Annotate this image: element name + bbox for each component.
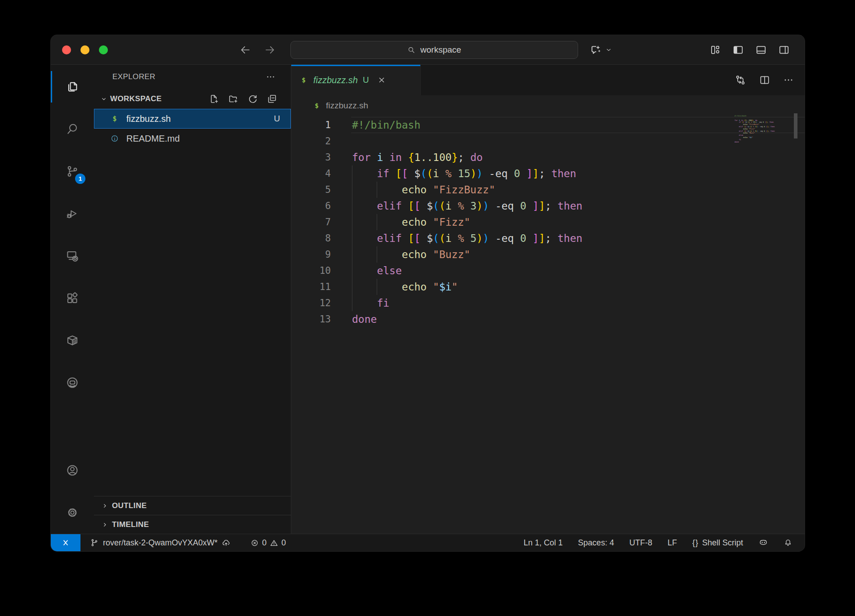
line-number[interactable]: 10 bbox=[291, 263, 331, 279]
customize-layout-icon[interactable] bbox=[709, 44, 721, 56]
line-content[interactable]: elif [[ $((i % 5)) -eq 0 ]]; then bbox=[352, 230, 805, 246]
line-content[interactable]: echo "$i" bbox=[352, 279, 805, 295]
line-content[interactable]: if [[ $((i % 15)) -eq 0 ]]; then bbox=[352, 165, 805, 182]
line-number[interactable]: 2 bbox=[291, 133, 331, 149]
code-line[interactable]: 13done bbox=[291, 311, 805, 327]
activity-item-source-control[interactable]: 1 bbox=[51, 150, 94, 192]
back-arrow-icon[interactable] bbox=[240, 44, 251, 56]
activity-item-explorer[interactable] bbox=[51, 66, 94, 108]
indentation[interactable]: Spaces: 4 bbox=[578, 538, 614, 548]
command-center-search[interactable]: workspace bbox=[290, 41, 578, 59]
line-content[interactable]: elif [[ $((i % 3)) -eq 0 ]]; then bbox=[352, 198, 805, 214]
section-timeline[interactable]: TIMELINE bbox=[94, 515, 291, 534]
line-content[interactable]: echo "FizzBuzz" bbox=[352, 182, 805, 198]
code-line[interactable]: 12 fi bbox=[291, 295, 805, 311]
close-window-button[interactable] bbox=[62, 45, 71, 54]
scrollbar-thumb[interactable] bbox=[794, 113, 797, 138]
line-content[interactable]: echo "Buzz" bbox=[352, 246, 805, 263]
line-number[interactable]: 4 bbox=[291, 165, 331, 182]
cursor-position[interactable]: Ln 1, Col 1 bbox=[524, 538, 563, 548]
indent-guide-icon bbox=[352, 295, 352, 311]
shell-file-icon: $ bbox=[312, 102, 321, 110]
line-content[interactable]: done bbox=[352, 311, 805, 327]
breadcrumb-file[interactable]: fizzbuzz.sh bbox=[326, 101, 368, 111]
code-line[interactable]: 8 elif [[ $((i % 5)) -eq 0 ]]; then bbox=[291, 230, 805, 246]
line-number[interactable]: 7 bbox=[291, 214, 331, 230]
remote-indicator[interactable] bbox=[51, 534, 80, 551]
notifications-bell-icon[interactable] bbox=[784, 538, 793, 547]
copilot-status-icon[interactable] bbox=[758, 538, 768, 548]
line-number[interactable]: 12 bbox=[291, 295, 331, 311]
eol[interactable]: LF bbox=[668, 538, 677, 548]
branch-name: rover/task-2-QwamOvYXA0xW* bbox=[103, 538, 218, 548]
line-number[interactable]: 1 bbox=[291, 117, 331, 133]
line-content[interactable]: else bbox=[352, 263, 805, 279]
maximize-window-button[interactable] bbox=[99, 45, 108, 54]
editor-more-actions-icon[interactable] bbox=[783, 75, 794, 85]
code-editor[interactable]: 1#!/bin/bash23for i in {1..100}; do4 if … bbox=[291, 116, 805, 534]
forward-arrow-icon[interactable] bbox=[264, 44, 276, 56]
line-number[interactable]: 6 bbox=[291, 198, 331, 214]
line-content[interactable]: echo "Fizz" bbox=[352, 214, 805, 230]
line-content[interactable]: for i in {1..100}; do bbox=[352, 149, 805, 165]
refresh-explorer-icon[interactable] bbox=[247, 94, 258, 104]
open-changes-icon[interactable] bbox=[735, 74, 746, 86]
tab-fizzbuzz[interactable]: $ fizzbuzz.sh U bbox=[291, 65, 421, 95]
toggle-panel-icon[interactable] bbox=[755, 44, 767, 56]
section-outline[interactable]: OUTLINE bbox=[94, 496, 291, 515]
code-line[interactable]: 2 bbox=[291, 133, 805, 149]
code-line[interactable]: 6 elif [[ $((i % 3)) -eq 0 ]]; then bbox=[291, 198, 805, 214]
search-icon bbox=[407, 46, 415, 54]
line-number[interactable]: 9 bbox=[291, 246, 331, 263]
toggle-secondary-sidebar-icon[interactable] bbox=[778, 44, 790, 56]
line-number[interactable]: 11 bbox=[291, 279, 331, 295]
chevron-down-icon[interactable] bbox=[605, 46, 612, 54]
workspace-section-header[interactable]: WORKSPACE bbox=[94, 89, 291, 109]
scm-badge: 1 bbox=[75, 174, 85, 184]
new-file-icon[interactable] bbox=[209, 94, 219, 104]
activity-item-search[interactable] bbox=[51, 108, 94, 150]
error-count: 0 bbox=[262, 538, 267, 548]
minimize-window-button[interactable] bbox=[80, 45, 89, 54]
encoding[interactable]: UTF-8 bbox=[629, 538, 652, 548]
code-line[interactable]: 7 echo "Fizz" bbox=[291, 214, 805, 230]
activity-item-run-debug[interactable] bbox=[51, 192, 94, 235]
file-row-README.md[interactable]: README.md bbox=[94, 129, 291, 148]
tab-bar: $ fizzbuzz.sh U bbox=[291, 65, 805, 95]
activity-item-docker[interactable] bbox=[51, 319, 94, 362]
code-line[interactable]: 10 else bbox=[291, 263, 805, 279]
close-tab-icon[interactable] bbox=[377, 76, 386, 85]
activity-item-remote-explorer[interactable] bbox=[51, 235, 94, 277]
code-line[interactable]: 4 if [[ $((i % 15)) -eq 0 ]]; then bbox=[291, 165, 805, 182]
line-number[interactable]: 13 bbox=[291, 311, 331, 327]
code-line[interactable]: 11 echo "$i" bbox=[291, 279, 805, 295]
git-branch-item[interactable]: rover/task-2-QwamOvYXA0xW* bbox=[90, 538, 231, 548]
line-number[interactable]: 3 bbox=[291, 149, 331, 165]
code-line[interactable]: 3for i in {1..100}; do bbox=[291, 149, 805, 165]
minimap[interactable]: #!/bin/bashfor i in {1..100}; do if [[ $… bbox=[735, 115, 785, 143]
breadcrumb[interactable]: $ fizzbuzz.sh bbox=[291, 95, 805, 116]
code-line[interactable]: 9 echo "Buzz" bbox=[291, 246, 805, 263]
activity-item-extensions[interactable] bbox=[51, 277, 94, 319]
new-folder-icon[interactable] bbox=[228, 94, 239, 104]
code-line[interactable]: 5 echo "FizzBuzz" bbox=[291, 182, 805, 198]
problems-item[interactable]: 0 0 bbox=[250, 538, 286, 548]
line-number[interactable]: 5 bbox=[291, 182, 331, 198]
code-line[interactable]: 1#!/bin/bash bbox=[291, 117, 805, 133]
collapse-folders-icon[interactable] bbox=[267, 94, 277, 104]
split-editor-icon[interactable] bbox=[759, 74, 770, 86]
copilot-chat-icon[interactable] bbox=[589, 44, 602, 56]
line-content[interactable]: fi bbox=[352, 295, 805, 311]
section-label: OUTLINE bbox=[112, 501, 147, 510]
line-number[interactable]: 8 bbox=[291, 230, 331, 246]
activity-item-settings[interactable] bbox=[51, 491, 94, 534]
toggle-sidebar-icon[interactable] bbox=[732, 44, 744, 56]
views-more-actions-icon[interactable] bbox=[266, 72, 276, 82]
titlebar[interactable]: workspace bbox=[51, 35, 805, 65]
activity-item-accounts[interactable] bbox=[51, 449, 94, 491]
language-mode[interactable]: {} Shell Script bbox=[692, 538, 743, 548]
activity-item-tunnels[interactable] bbox=[51, 362, 94, 404]
layout-controls bbox=[709, 35, 790, 65]
copilot-menu bbox=[589, 35, 612, 65]
file-row-fizzbuzz.sh[interactable]: $fizzbuzz.shU bbox=[94, 109, 291, 129]
